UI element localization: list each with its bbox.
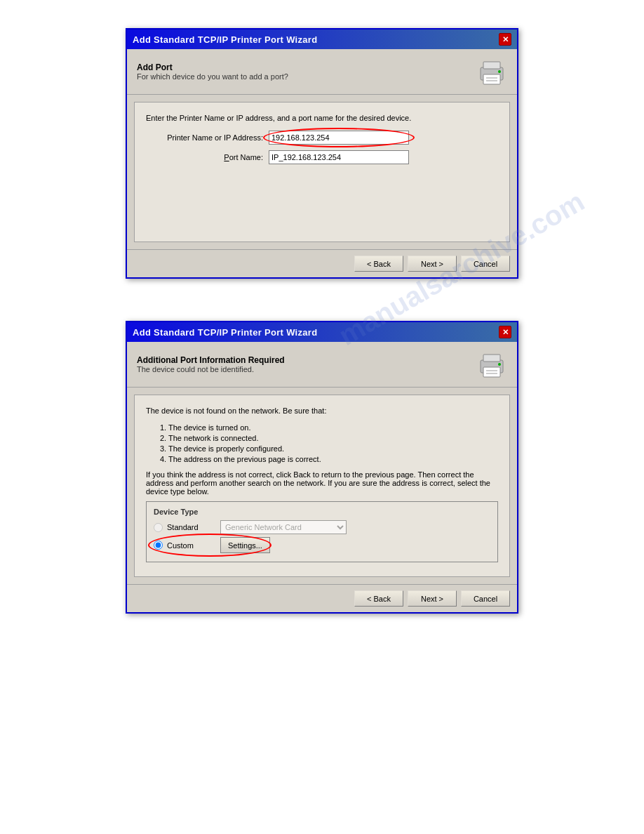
standard-dropdown[interactable]: Generic Network Card	[220, 520, 347, 534]
dialog-2-back-button[interactable]: < Back	[354, 590, 403, 607]
svg-rect-8	[483, 367, 500, 377]
printer-icon-2	[476, 349, 507, 380]
dialog-1-back-button[interactable]: < Back	[354, 256, 403, 272]
svg-rect-10	[486, 373, 497, 374]
dialog-1-footer: < Back Next > Cancel	[127, 249, 517, 277]
port-name-row: Port Name:	[146, 150, 498, 164]
dialog-1-close-button[interactable]: ✕	[499, 33, 511, 46]
printer-name-input[interactable]	[269, 131, 409, 145]
dialog-2-cancel-button[interactable]: Cancel	[461, 590, 510, 607]
svg-rect-1	[483, 62, 500, 69]
dialog-2-heading: Additional Port Information Required	[137, 355, 285, 365]
printer-icon	[476, 56, 507, 87]
port-name-input[interactable]	[269, 150, 409, 164]
checklist: 1. The device is turned on. 2. The netwo…	[160, 423, 498, 463]
list-item-2: 2. The network is connected.	[160, 434, 498, 442]
list-item-4: 4. The address on the previous page is c…	[160, 455, 498, 463]
dialog-1-titlebar: Add Standard TCP/IP Printer Port Wizard …	[127, 29, 517, 49]
dialog-2-intro: The device is not found on the network. …	[146, 406, 498, 415]
dialog-1: Add Standard TCP/IP Printer Port Wizard …	[126, 28, 518, 279]
port-name-label-text: Port Name:	[224, 153, 263, 161]
list-item-3: 3. The device is properly configured.	[160, 444, 498, 453]
custom-radio-row: Custom Settings...	[154, 537, 490, 553]
dialog-2-footer: < Back Next > Cancel	[127, 584, 517, 612]
svg-rect-4	[486, 80, 497, 81]
svg-point-11	[498, 363, 501, 366]
dialog-2-header: Additional Port Information Required The…	[127, 342, 517, 388]
custom-oval-highlight: Custom Settings...	[154, 537, 270, 553]
dialog-1-instruction: Enter the Printer Name or IP address, an…	[146, 114, 498, 122]
dialog-2-titlebar: Add Standard TCP/IP Printer Port Wizard …	[127, 322, 517, 342]
svg-rect-3	[486, 77, 497, 79]
dialog-2-body: The device is not found on the network. …	[134, 395, 510, 577]
dialog-1-header-text: Add Port For which device do you want to…	[137, 62, 288, 81]
custom-radio-label: Custom	[167, 541, 216, 550]
dialog-2-header-text: Additional Port Information Required The…	[137, 355, 285, 373]
svg-rect-7	[483, 355, 500, 362]
printer-name-label-text: Printer Name or IP Address:	[167, 133, 263, 142]
dialog-2-next-button[interactable]: Next >	[408, 590, 457, 607]
dialog-1-cancel-button[interactable]: Cancel	[461, 256, 510, 272]
dialog-1-heading: Add Port	[137, 62, 288, 72]
printer-name-row: Printer Name or IP Address:	[146, 131, 498, 145]
port-name-label: Port Name:	[146, 153, 269, 161]
dialog-2: Add Standard TCP/IP Printer Port Wizard …	[126, 321, 518, 614]
svg-rect-2	[483, 74, 500, 84]
dialog-1-title: Add Standard TCP/IP Printer Port Wizard	[133, 34, 317, 45]
svg-rect-9	[486, 370, 497, 371]
settings-button[interactable]: Settings...	[220, 537, 270, 553]
standard-radio-row: Standard Generic Network Card	[154, 520, 490, 534]
dialog-1-header: Add Port For which device do you want to…	[127, 49, 517, 95]
device-type-section: Device Type Standard Generic Network Car…	[146, 501, 498, 562]
standard-radio[interactable]	[154, 523, 163, 532]
standard-radio-label: Standard	[167, 523, 216, 531]
printer-name-label: Printer Name or IP Address:	[146, 133, 269, 142]
device-type-label: Device Type	[154, 508, 490, 516]
dialog-2-subtext: The device could not be identified.	[137, 365, 285, 373]
dialog-1-body: Enter the Printer Name or IP address, an…	[134, 102, 510, 242]
printer-name-oval	[269, 131, 409, 145]
svg-point-5	[498, 70, 501, 73]
dialog-2-close-button[interactable]: ✕	[499, 326, 511, 338]
dialog-2-note: If you think the address is not correct,…	[146, 470, 498, 496]
dialog-2-title: Add Standard TCP/IP Printer Port Wizard	[133, 327, 317, 338]
custom-radio[interactable]	[154, 541, 163, 550]
dialog-1-subtext: For which device do you want to add a po…	[137, 72, 288, 81]
list-item-1: 1. The device is turned on.	[160, 423, 498, 432]
dialog-1-next-button[interactable]: Next >	[408, 256, 457, 272]
